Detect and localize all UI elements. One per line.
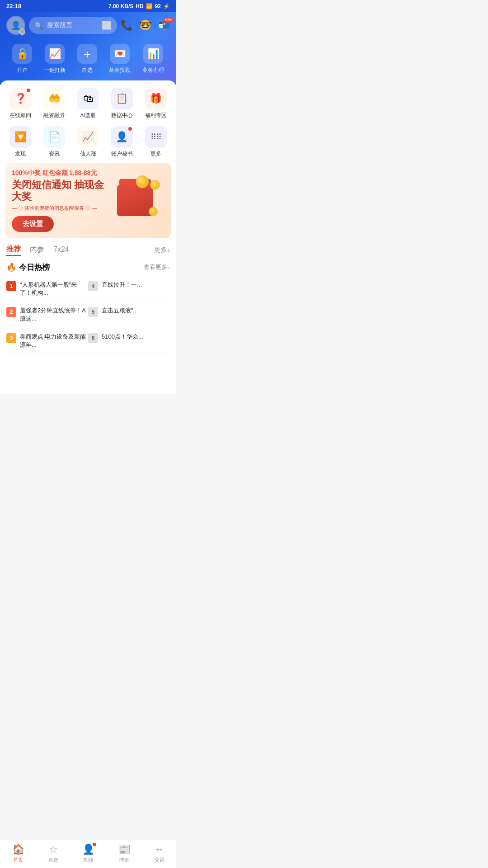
hot-item-text-5: 直击五粮液"... — [102, 307, 170, 315]
quick-nav-label-4: 业务办理 — [142, 66, 164, 74]
quick-nav-label-2: 自选 — [82, 66, 93, 74]
network-quality: HD — [136, 3, 143, 9]
rank-badge-5: 5 — [88, 307, 98, 317]
hot-list-more[interactable]: 查看更多 › — [144, 263, 170, 271]
banner-main-text: 关闭短信通知 抽现金大奖 — [12, 179, 106, 203]
header: 👤 🔍 搜索股票 ⬜ 📞 🤓 📬 99+ 🔓 开户 📈 一键打新 — [0, 12, 176, 85]
avatar[interactable]: 👤 — [6, 16, 25, 35]
service-account-sec[interactable]: 👤 账户秘书 — [105, 126, 139, 157]
hot-item-text-6: 5100点！华众... — [102, 333, 170, 341]
quick-nav-business[interactable]: 📊 业务办理 — [142, 44, 164, 74]
tab-recommend[interactable]: 推荐 — [6, 245, 21, 256]
search-bar[interactable]: 🔍 搜索股票 ⬜ — [29, 17, 117, 34]
service-online-advisor[interactable]: ❓ 在线顾问 — [4, 88, 38, 119]
coin-3 — [149, 207, 158, 216]
services-card: ❓ 在线顾问 🤲 融资融券 🛍 AI选股 📋 数据中心 🎁 福利专区 🔽 发现 … — [0, 80, 176, 394]
banner[interactable]: 100%中奖 红包金额 1.88-88元 关闭短信通知 抽现金大奖 — ◇ 体验… — [5, 163, 171, 238]
hot-item-5[interactable]: 5 直击五粮液"... — [88, 302, 170, 328]
hot-item-3[interactable]: 3 券商观点|电力设备及新能源年... — [6, 328, 88, 354]
quick-nav-open-account[interactable]: 🔓 开户 — [12, 44, 32, 74]
quick-nav-label-0: 开户 — [17, 66, 28, 74]
hot-item-4[interactable]: 4 直线拉升！一... — [88, 276, 170, 302]
service-discover[interactable]: 🔽 发现 — [4, 126, 38, 157]
chevron-right-icon: › — [168, 246, 170, 254]
banner-sub-text: — ◇ 体验更便捷的消息提醒服务 ◇ — — [12, 205, 106, 212]
service-data-center[interactable]: 📋 数据中心 — [105, 88, 139, 119]
quick-nav-watchlist[interactable]: ＋ 自选 — [77, 44, 97, 74]
fire-icon: 🔥 — [6, 262, 16, 272]
phone-icon[interactable]: 📞 — [121, 19, 133, 31]
service-welfare[interactable]: 🎁 福利专区 — [139, 88, 173, 119]
hot-item-text-3: 券商观点|电力设备及新能源年... — [20, 333, 88, 349]
battery-level: 92 — [155, 3, 161, 9]
service-more[interactable]: ⠿⠿ 更多 — [139, 126, 173, 157]
hot-item-2[interactable]: 2 最强者2分钟直线涨停！A股这... — [6, 302, 88, 328]
rank-badge-2: 2 — [6, 307, 16, 317]
status-left: 22:18 — [6, 3, 21, 9]
hot-more-chevron: › — [168, 264, 170, 271]
coin-2 — [150, 180, 160, 190]
network-speed: 7.00 KB/S — [108, 3, 133, 9]
search-placeholder: 搜索股票 — [47, 21, 72, 29]
service-news[interactable]: 📄 资讯 — [38, 126, 71, 157]
tab-7x24[interactable]: 7x24 — [53, 245, 69, 255]
gift-box — [117, 184, 153, 216]
avatar-badge — [19, 28, 25, 35]
news-more[interactable]: 更多 › — [154, 246, 170, 254]
banner-wrap: 100%中奖 红包金额 1.88-88元 关闭短信通知 抽现金大奖 — ◇ 体验… — [0, 157, 176, 238]
hot-item-1[interactable]: 1 "人形机器人第一股"来了！机构... — [6, 276, 88, 302]
news-tabs: 推荐 内参 7x24 更多 › — [0, 238, 176, 259]
rank-badge-4: 4 — [88, 281, 98, 291]
hot-grid: 1 "人形机器人第一股"来了！机构... 4 直线拉升！一... 2 最强者2分… — [0, 276, 176, 390]
status-time: 22:18 — [6, 3, 21, 9]
banner-button[interactable]: 去设置 — [12, 216, 54, 232]
rank-badge-3: 3 — [6, 333, 16, 343]
notification-badge: 99+ — [164, 17, 174, 23]
quick-nav: 🔓 开户 📈 一键打新 ＋ 自选 💌 基金投顾 📊 业务办理 — [6, 42, 170, 76]
hot-list-title-text: 今日热榜 — [19, 262, 50, 273]
service-immortal[interactable]: 📈 仙人涨 — [71, 126, 105, 157]
service-ai-stock[interactable]: 🛍 AI选股 — [71, 88, 105, 119]
battery-icon: ⚡ — [163, 3, 170, 9]
coin-1 — [136, 175, 149, 188]
message-icon[interactable]: 📬 99+ — [158, 19, 170, 31]
rank-badge-1: 1 — [6, 281, 16, 291]
signal-icon: 📶 — [146, 3, 153, 9]
service-margin[interactable]: 🤲 融资融券 — [38, 88, 71, 119]
quick-nav-label-3: 基金投顾 — [109, 66, 131, 74]
status-bar: 22:18 7.00 KB/S HD 📶 92 ⚡ — [0, 0, 176, 12]
services-grid: ❓ 在线顾问 🤲 融资融券 🛍 AI选股 📋 数据中心 🎁 福利专区 🔽 发现 … — [0, 88, 176, 157]
tab-insider[interactable]: 内参 — [30, 245, 44, 255]
quick-nav-label-1: 一键打新 — [44, 66, 66, 74]
quick-nav-fund[interactable]: 💌 基金投顾 — [109, 44, 131, 74]
scan-icon[interactable]: ⬜ — [102, 20, 112, 30]
search-icon: 🔍 — [34, 21, 43, 30]
banner-image — [106, 179, 164, 222]
banner-top-text: 100%中奖 红包金额 1.88-88元 — [12, 169, 106, 177]
header-icons: 📞 🤓 📬 99+ — [121, 19, 170, 31]
hot-item-text-4: 直线拉升！一... — [102, 281, 170, 289]
hot-item-text-2: 最强者2分钟直线涨停！A股这... — [20, 307, 88, 323]
rank-badge-6: 6 — [88, 333, 98, 343]
header-top: 👤 🔍 搜索股票 ⬜ 📞 🤓 📬 99+ — [6, 16, 170, 35]
hot-item-6[interactable]: 6 5100点！华众... — [88, 328, 170, 354]
hot-item-text-1: "人形机器人第一股"来了！机构... — [20, 281, 88, 297]
face-icon[interactable]: 🤓 — [139, 19, 151, 31]
quick-nav-one-click[interactable]: 📈 一键打新 — [44, 44, 66, 74]
hot-list-header: 🔥 今日热榜 查看更多 › — [0, 259, 176, 276]
status-right: 7.00 KB/S HD 📶 92 ⚡ — [108, 3, 170, 9]
